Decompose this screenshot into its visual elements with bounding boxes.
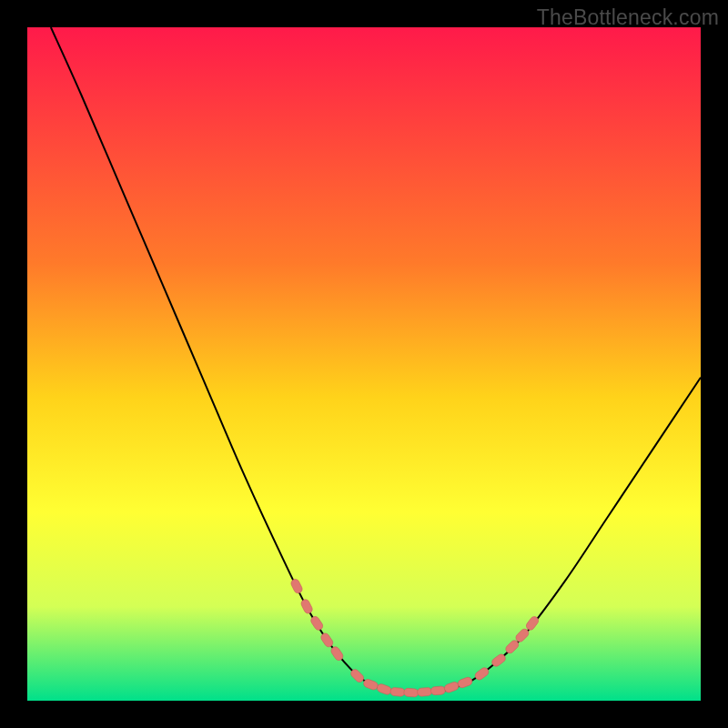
marker-dash bbox=[403, 688, 419, 697]
chart-frame bbox=[27, 27, 701, 701]
bottleneck-chart bbox=[27, 27, 701, 701]
watermark-text: TheBottleneck.com bbox=[537, 5, 719, 30]
marker-dash bbox=[430, 686, 446, 695]
marker-dash bbox=[417, 687, 432, 696]
chart-background bbox=[27, 27, 701, 701]
marker-dash bbox=[390, 687, 406, 696]
